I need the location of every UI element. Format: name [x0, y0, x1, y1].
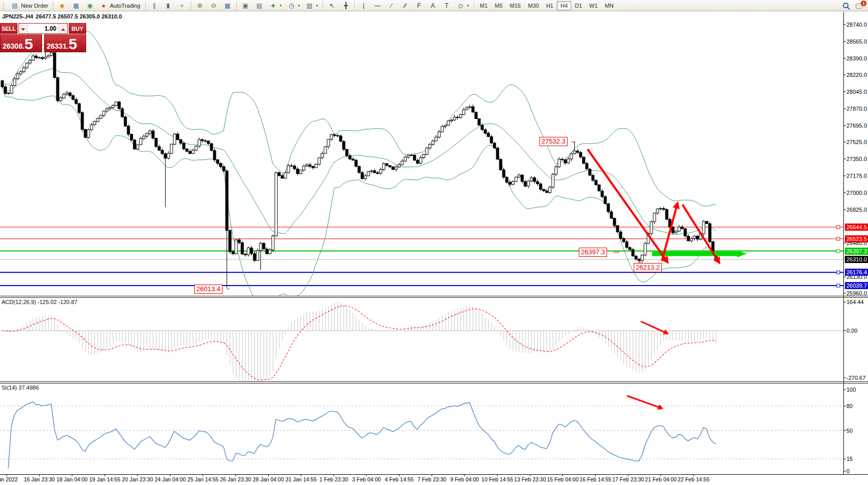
- equidistant-channel-icon: ∕∕: [401, 2, 409, 10]
- rsi-axis-tick: 15: [846, 456, 853, 462]
- annotation-label[interactable]: 26397.3: [579, 248, 607, 257]
- zoom-out-icon: ⊖: [210, 2, 218, 10]
- templates-icon: ▧: [306, 2, 314, 10]
- price-axis-tick: 27350.0: [846, 156, 867, 162]
- price-axis-tick: 28740.0: [846, 22, 867, 28]
- navigator-icon: ◉: [86, 2, 94, 10]
- arrange-windows-icon: ▣: [241, 2, 250, 10]
- navigator-button[interactable]: ◉: [83, 1, 96, 10]
- price-axis-tick: 27695.0: [846, 123, 867, 129]
- price-level-badge: 26397.3: [845, 248, 868, 255]
- one-click-trading-panel: SELL 1.00 BUY 26308.5 26331.5: [0, 23, 86, 52]
- dropdown-arrow-icon[interactable]: ▾: [280, 4, 282, 8]
- buy-price-display[interactable]: 26331.5: [44, 34, 86, 52]
- sell-button[interactable]: SELL: [0, 23, 17, 34]
- shapes-icon: ◇: [456, 2, 465, 10]
- macd-axis-tick: 164.44: [846, 299, 864, 305]
- indicators-button[interactable]: +▾: [267, 1, 285, 10]
- cascade-windows-icon: ▤: [255, 2, 264, 10]
- toolbar-separator: [53, 2, 53, 10]
- price-level-badge: 26523.5: [845, 235, 868, 243]
- macd-indicator-label: ACD(12,26,9) -125.02 -120.87: [2, 299, 77, 305]
- annotation-label[interactable]: 27532.3: [539, 137, 568, 146]
- timeframe-M15[interactable]: M15: [506, 1, 524, 10]
- horizontal-line-tool-button[interactable]: —: [371, 1, 384, 10]
- data-window-button[interactable]: ▦: [69, 1, 83, 10]
- timeframe-H4[interactable]: H4: [557, 1, 571, 10]
- rsi-axis-tick: 80: [846, 403, 853, 409]
- notification-badge: 1: [861, 1, 866, 6]
- cursor-tool-button[interactable]: ↖: [325, 1, 338, 10]
- triangle-down-icon: [21, 28, 25, 31]
- annotation-label[interactable]: 26013.4: [194, 285, 223, 294]
- chart-canvas[interactable]: [0, 0, 868, 485]
- zoom-in-icon: ⊕: [196, 2, 204, 10]
- arrows-tool-button[interactable]: ◇▾: [454, 1, 472, 10]
- market-watch-button[interactable]: ◆: [55, 1, 69, 10]
- timeframe-M30[interactable]: M30: [524, 1, 542, 10]
- rsi-axis-tick: 50: [846, 428, 853, 434]
- volume-decrease-button[interactable]: [19, 24, 28, 33]
- autotrading-button[interactable]: ●AutoTrading: [97, 1, 143, 10]
- timeframe-D1[interactable]: D1: [571, 1, 586, 10]
- volume-stepper[interactable]: 1.00: [18, 23, 68, 34]
- dropdown-arrow-icon[interactable]: ▾: [467, 4, 469, 8]
- timeframe-H1[interactable]: H1: [542, 1, 557, 10]
- text-tool-button[interactable]: A: [426, 1, 439, 10]
- line-chart-button[interactable]: ≈: [175, 1, 189, 10]
- symbol-info: JPN225-,H426477.5 26507.5 26305.0 26310.…: [2, 13, 125, 19]
- crosshair-icon: ╋: [341, 2, 350, 10]
- new-order-button[interactable]: ▤New Order: [8, 1, 51, 10]
- buy-price-frac: 5: [69, 37, 77, 51]
- toolbar-separator: [322, 2, 323, 10]
- text-label-tool-button[interactable]: T: [440, 1, 453, 10]
- time-axis-label: 22 Feb 14:55: [673, 476, 714, 482]
- candlestick-chart-button[interactable]: ▮: [162, 1, 175, 10]
- dropdown-arrow-icon[interactable]: ▾: [316, 4, 318, 8]
- vertical-line-tool-button[interactable]: |: [357, 1, 370, 10]
- arrange-windows-button[interactable]: ▣: [239, 1, 252, 10]
- bar-chart-button[interactable]: ∥: [148, 1, 161, 10]
- buy-button[interactable]: BUY: [69, 23, 86, 34]
- volume-increase-button[interactable]: [58, 24, 67, 33]
- tile-windows-button[interactable]: ▦: [221, 1, 234, 10]
- periods-button[interactable]: ◷▾: [285, 1, 302, 10]
- timeframe-MN[interactable]: MN: [601, 1, 617, 10]
- crosshair-tool-button[interactable]: ╋: [339, 1, 352, 10]
- symbol-ohlc: 26477.5 26507.5 26305.0 26310.0: [36, 13, 122, 19]
- price-level-badge: 26176.4: [845, 269, 868, 276]
- timeframe-buttons: M1M5M15M30H1H4D1W1MN: [476, 1, 617, 10]
- macd-axis-tick: -270.67: [846, 375, 865, 381]
- notifications-button[interactable]: 1: [853, 1, 866, 10]
- cascade-windows-button[interactable]: ▤: [253, 1, 266, 10]
- dropdown-arrow-icon[interactable]: ▾: [298, 4, 300, 8]
- new-order-icon: ▤: [11, 2, 19, 10]
- toolbar-separator: [474, 2, 474, 10]
- price-axis-tick: 28045.0: [846, 89, 867, 95]
- rsi-axis-tick: 0: [846, 468, 850, 474]
- price-axis-tick: 28220.0: [846, 72, 867, 78]
- timeframe-W1[interactable]: W1: [586, 1, 601, 10]
- templates-button[interactable]: ▧▾: [303, 1, 321, 10]
- annotation-label[interactable]: 26213.2: [634, 263, 662, 272]
- sell-price-int: 26308: [3, 41, 23, 51]
- candlestick-chart-icon: ▮: [164, 2, 172, 10]
- timeframe-M1[interactable]: M1: [476, 1, 491, 10]
- autotrading-button-label: AutoTrading: [110, 3, 140, 9]
- fibonacci-icon: F: [415, 2, 423, 10]
- data-window-icon: ▦: [72, 2, 80, 10]
- search-button[interactable]: [839, 1, 853, 10]
- price-axis-tick: 27175.0: [846, 173, 867, 179]
- trendline-tool-button[interactable]: ∕: [385, 1, 398, 10]
- equidistant-channel-tool-button[interactable]: ∕∕: [398, 1, 412, 10]
- price-axis-tick: 28390.0: [846, 55, 867, 62]
- zoom-in-button[interactable]: ⊕: [193, 1, 207, 10]
- timeframe-M5[interactable]: M5: [491, 1, 506, 10]
- fibonacci-tool-button[interactable]: F: [412, 1, 426, 10]
- zoom-out-button[interactable]: ⊖: [207, 1, 220, 10]
- toolbar-separator: [145, 2, 146, 10]
- volume-input[interactable]: 1.00: [28, 24, 58, 33]
- sell-price-display[interactable]: 26308.5: [0, 34, 42, 52]
- toolbar-grip: [3, 2, 6, 9]
- bar-chart-icon: ∥: [150, 2, 158, 10]
